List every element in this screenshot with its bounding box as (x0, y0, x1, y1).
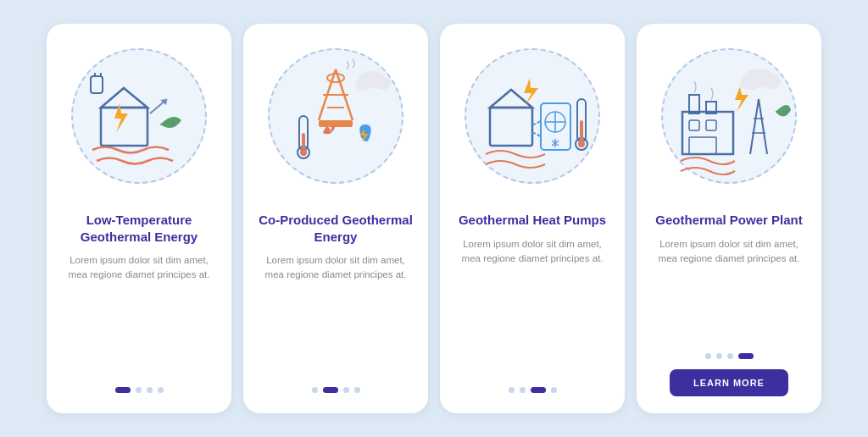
card-2-dots (312, 387, 360, 396)
dot-3-active (531, 387, 546, 393)
dot-1-active (115, 387, 131, 393)
card-3: Geothermal Heat Pumps Lorem ipsum dolor … (440, 24, 625, 413)
svg-point-35 (578, 141, 585, 147)
svg-point-18 (300, 149, 307, 156)
svg-rect-17 (302, 133, 305, 152)
card-1-illustration (58, 36, 220, 196)
cards-container: Low-Temperature Geothermal Energy Lorem … (31, 8, 837, 429)
card-2-illustration (255, 36, 416, 196)
svg-line-48 (759, 99, 767, 154)
card-4-title: Geothermal Power Plant (640, 205, 817, 234)
dot-2 (716, 353, 722, 359)
svg-point-41 (760, 74, 781, 89)
svg-rect-23 (490, 108, 532, 146)
card-2-title: Co-Produced Geothermal Energy (243, 205, 428, 250)
card-3-dots (509, 387, 557, 396)
dot-1 (312, 387, 318, 393)
card-4-body: Lorem ipsum dolor sit dim amet, mea regi… (637, 234, 821, 349)
dot-4 (158, 387, 164, 393)
svg-point-42 (740, 76, 760, 90)
learn-more-button[interactable]: LEARN MORE (670, 369, 788, 396)
svg-marker-46 (735, 86, 748, 112)
card-3-illustration (452, 36, 613, 196)
svg-rect-6 (91, 76, 103, 93)
card-1-body: Lorem ipsum dolor sit dim amet, mea regi… (47, 250, 231, 382)
svg-marker-1 (101, 88, 147, 108)
svg-line-47 (750, 99, 759, 154)
svg-rect-37 (682, 112, 733, 154)
card-4-illustration (648, 36, 810, 196)
dot-1 (509, 387, 515, 393)
svg-rect-44 (706, 120, 716, 130)
svg-rect-13 (319, 120, 353, 127)
svg-rect-45 (689, 137, 716, 154)
card-1: Low-Temperature Geothermal Energy Lorem … (47, 24, 231, 413)
card-1-title: Low-Temperature Geothermal Energy (47, 205, 231, 250)
dot-1 (705, 353, 711, 359)
svg-rect-0 (101, 108, 147, 146)
svg-rect-38 (689, 95, 699, 113)
card-3-body: Lorem ipsum dolor sit dim amet, mea regi… (440, 234, 625, 383)
card-4: Geothermal Power Plant Lorem ipsum dolor… (637, 24, 821, 413)
dot-4-active (738, 353, 754, 359)
dot-4 (551, 387, 557, 393)
svg-rect-43 (689, 120, 699, 130)
card-4-dots (705, 353, 754, 362)
dot-2 (136, 387, 142, 393)
card-3-title: Geothermal Heat Pumps (443, 205, 621, 234)
dot-3 (147, 387, 153, 393)
dot-2-active (323, 387, 338, 393)
card-2-body: Lorem ipsum dolor sit dim amet, mea regi… (243, 250, 428, 382)
dot-3 (727, 353, 733, 359)
svg-point-22 (355, 79, 372, 91)
dot-4 (354, 387, 360, 393)
svg-rect-34 (580, 120, 583, 143)
svg-point-21 (374, 76, 391, 90)
dot-2 (520, 387, 526, 393)
card-1-dots (115, 387, 164, 396)
dot-3 (343, 387, 349, 393)
card-2: Co-Produced Geothermal Energy Lorem ipsu… (243, 24, 428, 413)
svg-point-14 (327, 74, 344, 82)
